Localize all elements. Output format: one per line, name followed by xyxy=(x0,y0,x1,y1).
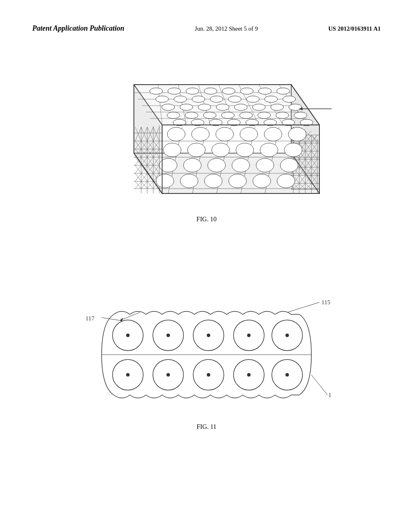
header-date-sheet: Jun. 28, 2012 Sheet 5 of 9 xyxy=(195,25,258,32)
svg-point-26 xyxy=(174,96,187,102)
svg-point-228 xyxy=(192,127,209,141)
fig10-label: FIG. 10 xyxy=(81,216,332,223)
svg-point-34 xyxy=(180,104,193,110)
fig10-svg: 114 xyxy=(81,60,332,214)
page-header: Patent Application Publication Jun. 28, … xyxy=(0,24,413,33)
svg-point-42 xyxy=(185,112,198,118)
svg-point-244 xyxy=(280,158,298,172)
header-patent-number: US 2012/0163911 A1 xyxy=(328,25,381,32)
svg-point-280 xyxy=(207,373,210,376)
svg-text:115: 115 xyxy=(321,299,330,305)
svg-point-31 xyxy=(265,96,277,102)
svg-point-276 xyxy=(126,373,129,376)
svg-point-235 xyxy=(212,143,229,157)
svg-line-285 xyxy=(287,302,319,312)
svg-point-29 xyxy=(228,96,241,102)
svg-point-18 xyxy=(168,88,181,94)
svg-point-28 xyxy=(210,96,223,102)
svg-point-47 xyxy=(276,112,289,118)
svg-point-278 xyxy=(167,373,170,376)
svg-point-24 xyxy=(277,88,290,94)
svg-point-23 xyxy=(259,88,271,94)
svg-point-30 xyxy=(246,96,259,102)
svg-point-238 xyxy=(284,143,302,157)
svg-point-245 xyxy=(156,174,174,188)
svg-point-230 xyxy=(240,127,258,141)
svg-point-246 xyxy=(180,174,198,188)
svg-point-20 xyxy=(204,88,217,94)
svg-point-240 xyxy=(184,158,201,172)
svg-point-236 xyxy=(236,143,254,157)
svg-point-19 xyxy=(186,88,199,94)
svg-point-37 xyxy=(234,104,247,110)
svg-point-22 xyxy=(240,88,253,94)
svg-point-45 xyxy=(240,112,252,118)
svg-point-25 xyxy=(156,96,169,102)
svg-line-287 xyxy=(311,375,327,395)
svg-point-21 xyxy=(222,88,235,94)
svg-text:116: 116 xyxy=(328,392,332,398)
svg-line-289 xyxy=(120,312,140,320)
figure-10-container: 114 FIG. 10 xyxy=(65,60,348,214)
svg-point-282 xyxy=(247,373,250,376)
svg-point-38 xyxy=(252,104,265,110)
svg-point-39 xyxy=(271,104,284,110)
svg-point-227 xyxy=(167,127,185,141)
svg-point-237 xyxy=(260,143,278,157)
figure-11-container: 115 116 117 FIG. 11 xyxy=(65,290,348,419)
svg-point-234 xyxy=(188,143,205,157)
svg-point-248 xyxy=(229,174,246,188)
svg-point-40 xyxy=(289,104,302,110)
svg-point-272 xyxy=(247,334,250,337)
svg-point-33 xyxy=(162,104,175,110)
svg-point-44 xyxy=(221,112,234,118)
svg-point-242 xyxy=(232,158,250,172)
svg-point-284 xyxy=(286,373,289,376)
svg-point-268 xyxy=(167,334,170,337)
svg-point-232 xyxy=(288,127,306,141)
fig11-label: FIG. 11 xyxy=(81,423,332,430)
svg-point-41 xyxy=(167,112,180,118)
svg-point-48 xyxy=(294,112,307,118)
header-title: Patent Application Publication xyxy=(32,24,124,33)
svg-point-229 xyxy=(216,127,234,141)
fig11-svg: 115 116 117 xyxy=(81,290,332,419)
svg-point-243 xyxy=(256,158,274,172)
svg-point-270 xyxy=(207,334,210,337)
patent-page: Patent Application Publication Jun. 28, … xyxy=(0,0,413,532)
svg-point-35 xyxy=(198,104,211,110)
svg-point-266 xyxy=(126,334,129,337)
svg-point-274 xyxy=(286,334,289,337)
svg-point-17 xyxy=(150,88,163,94)
svg-line-292 xyxy=(102,318,120,320)
svg-point-250 xyxy=(277,174,295,188)
svg-text:117: 117 xyxy=(86,315,94,322)
svg-point-36 xyxy=(216,104,229,110)
svg-point-233 xyxy=(163,143,181,157)
svg-point-249 xyxy=(253,174,271,188)
svg-point-231 xyxy=(264,127,282,141)
svg-point-32 xyxy=(283,96,296,102)
svg-point-46 xyxy=(258,112,271,118)
fig10-drawing: 114 FIG. 10 xyxy=(81,60,332,214)
svg-point-27 xyxy=(192,96,205,102)
fig11-drawing: 115 116 117 FIG. 11 xyxy=(81,290,332,419)
svg-point-247 xyxy=(204,174,222,188)
svg-point-43 xyxy=(203,112,216,118)
svg-point-241 xyxy=(208,158,225,172)
